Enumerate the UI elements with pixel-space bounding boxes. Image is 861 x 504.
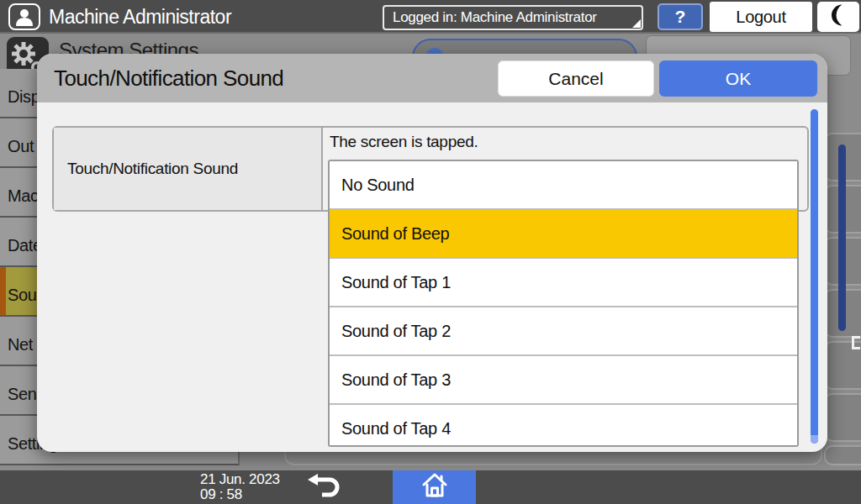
dialog-title: Touch/Notification Sound <box>54 54 283 102</box>
dropdown-corner-icon <box>632 19 641 28</box>
background-scrollbar[interactable] <box>838 144 846 331</box>
sidebar-item-label: Sou <box>8 286 36 305</box>
back-icon <box>305 472 342 502</box>
login-status-dropdown[interactable]: Logged in: Machine Administrator <box>383 5 643 30</box>
sidebar-item-label: Net <box>8 335 33 354</box>
date-label: 21 Jun. 2023 <box>200 472 280 487</box>
option-sound-of-tap-3[interactable]: Sound of Tap 3 <box>330 356 797 405</box>
dialog-scrollbar[interactable] <box>811 109 818 444</box>
help-button[interactable]: ? <box>658 3 703 30</box>
sidebar-item-label: Disp <box>8 87 40 107</box>
background-right-button[interactable] <box>824 393 861 442</box>
top-status-bar: Machine Administrator Logged in: Machine… <box>0 0 861 34</box>
option-no-sound[interactable]: No Sound <box>330 161 797 210</box>
page-title: Machine Administrator <box>49 0 231 34</box>
setting-description: The screen is tapped. <box>330 133 478 151</box>
option-sound-of-tap-4[interactable]: Sound of Tap 4 <box>330 405 797 447</box>
home-button[interactable] <box>393 470 476 504</box>
time-label: 09 : 58 <box>200 487 280 502</box>
touch-panel-screen: System Settings Disp Out Mac Date Sou Ne… <box>0 0 861 504</box>
home-icon <box>418 471 452 503</box>
bottom-navigation-bar: 21 Jun. 2023 09 : 58 <box>0 470 861 504</box>
sidebar-item-label: Mac <box>8 186 39 206</box>
background-text-fragment <box>852 336 860 349</box>
touch-notification-sound-dialog: Touch/Notification Sound Cancel OK Touch… <box>37 54 827 452</box>
back-button[interactable] <box>303 472 345 502</box>
dark-mode-button[interactable] <box>817 2 859 32</box>
option-sound-of-tap-2[interactable]: Sound of Tap 2 <box>330 307 797 356</box>
user-icon <box>8 3 40 30</box>
ok-button[interactable]: OK <box>659 60 817 97</box>
sidebar-item-label: Out <box>8 137 34 156</box>
setting-label: Touch/Notification Sound <box>54 128 323 210</box>
sidebar-item-label: Sen <box>8 385 36 404</box>
moon-icon <box>825 2 852 32</box>
dialog-header: Touch/Notification Sound Cancel OK <box>37 54 827 102</box>
background-right-button[interactable] <box>824 445 861 465</box>
logout-button[interactable]: Logout <box>710 2 812 32</box>
datetime-display: 21 Jun. 2023 09 : 58 <box>200 472 280 502</box>
cancel-button[interactable]: Cancel <box>498 60 654 97</box>
option-sound-of-tap-1[interactable]: Sound of Tap 1 <box>330 259 797 307</box>
option-sound-of-beep[interactable]: Sound of Beep <box>330 210 797 259</box>
login-status-label: Logged in: Machine Administrator <box>393 9 597 26</box>
sound-option-list: No Sound Sound of Beep Sound of Tap 1 So… <box>328 160 799 447</box>
